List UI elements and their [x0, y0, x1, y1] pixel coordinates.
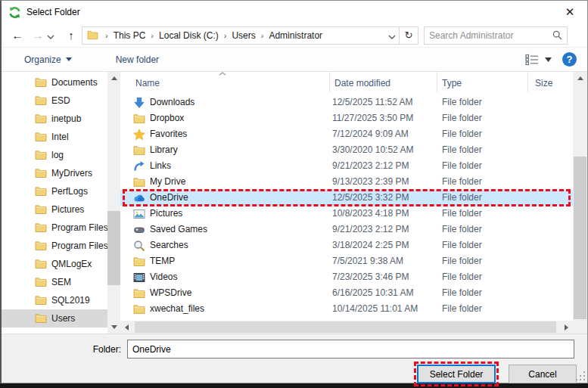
breadcrumb-administrator[interactable]: Administrator [269, 30, 322, 41]
sidebar-item-label: SQL2019 [51, 295, 90, 306]
close-button[interactable]: ✕ [552, 1, 587, 23]
file-row-dropbox[interactable]: Dropbox11/27/2025 3:50 PMFile folder [120, 110, 573, 126]
file-row-temp[interactable]: TEMP7/5/2021 9:38 AMFile folder [120, 253, 573, 269]
file-type-cell: File folder [442, 222, 528, 237]
sidebar-item-pictures[interactable]: Pictures [2, 200, 107, 219]
sidebar-scroll-down-icon[interactable] [107, 321, 120, 334]
file-size-cell [528, 142, 574, 158]
file-row-downloads[interactable]: Downloads12/5/2025 11:52 AMFile folder [120, 95, 573, 110]
sidebar-item-intel[interactable]: Intel [2, 128, 107, 146]
file-name-label: Saved Games [150, 222, 207, 237]
app-sync-icon [8, 6, 21, 19]
breadcrumb-separator: › [256, 31, 269, 40]
view-dropdown-icon[interactable] [545, 57, 552, 62]
file-type-cell: File folder [442, 237, 528, 253]
address-bar[interactable]: › This PC › Local Disk (C:) › Users › Ad… [82, 26, 400, 45]
folder-field-label: Folder: [2, 344, 127, 355]
column-header-type[interactable]: Type [437, 72, 528, 92]
main-content: DocumentsESDinetpubIntellogMyDriversPerf… [2, 72, 587, 334]
sidebar-item-documents[interactable]: Documents [2, 73, 107, 92]
sidebar-item-mydrivers[interactable]: MyDrivers [2, 164, 107, 182]
forward-button[interactable]: → [29, 29, 47, 42]
sidebar-item-users[interactable]: Users [2, 309, 120, 327]
sidebar-item-esd[interactable]: ESD [2, 92, 107, 110]
breadcrumb-separator: › [100, 31, 114, 40]
sidebar-scrollbar[interactable] [107, 72, 120, 334]
file-row-library[interactable]: Library3/30/2020 10:52 AMFile folder [120, 142, 573, 158]
select-folder-button[interactable]: Select Folder [417, 365, 496, 383]
sidebar-scroll-up-icon[interactable] [107, 72, 120, 85]
file-row-wpsdrive[interactable]: WPSDrive6/16/2025 10:31 AMFile folder [120, 285, 573, 301]
list-scroll-right-icon[interactable] [560, 321, 573, 334]
list-horizontal-scrollbar[interactable] [120, 321, 573, 334]
title-bar: Select Folder ✕ [2, 1, 587, 23]
folder-icon [35, 95, 47, 107]
list-scroll-left-icon[interactable] [120, 321, 133, 334]
list-vscroll-thumb[interactable] [574, 157, 586, 319]
sidebar-item-label: log [51, 150, 64, 160]
breadcrumb-this-pc[interactable]: This PC [114, 30, 146, 41]
sidebar-item-label: Program Files [51, 222, 108, 233]
column-header-date-modified[interactable]: Date modified [330, 72, 437, 92]
sidebar-scroll-thumb[interactable] [107, 211, 120, 285]
file-row-saved-games[interactable]: Saved Games9/21/2023 2:12 PMFile folder [120, 222, 573, 237]
column-name-label: Name [135, 78, 160, 88]
recent-locations-chevron-icon[interactable] [47, 29, 61, 42]
folder-name-input[interactable] [127, 340, 574, 359]
file-name-label: Dropbox [150, 110, 184, 126]
file-size-cell [528, 222, 574, 237]
downloads-icon [133, 97, 145, 109]
sidebar-item-program-files[interactable]: Program Files ( [2, 237, 107, 255]
column-header-size[interactable]: Size [528, 72, 574, 92]
dialog-footer: Folder: Select Folder Cancel [2, 334, 587, 383]
command-toolbar: Organize New folder ? [2, 47, 587, 72]
file-row-searches[interactable]: Searches3/18/2024 2:25 PMFile folder [120, 237, 573, 253]
address-dropdown-chevron-icon[interactable] [388, 29, 396, 42]
new-folder-button[interactable]: New folder [116, 54, 159, 65]
sidebar-item-qmlogex[interactable]: QMLogEx [2, 255, 107, 273]
file-name-label: Videos [150, 269, 177, 285]
column-type-label: Type [442, 78, 462, 88]
organize-button[interactable]: Organize [24, 54, 72, 65]
file-date-cell: 9/13/2023 2:39 PM [332, 174, 437, 190]
breadcrumb-users[interactable]: Users [232, 30, 255, 41]
sidebar-item-inetpub[interactable]: inetpub [2, 110, 107, 128]
resize-grip[interactable] [576, 371, 586, 381]
sidebar-item-label: Documents [51, 77, 98, 88]
sidebar-item-sql2019[interactable]: SQL2019 [2, 291, 107, 309]
sidebar-item-log[interactable]: log [2, 146, 107, 164]
file-row-onedrive[interactable]: OneDrive12/5/2025 3:32 PMFile folder [120, 190, 573, 206]
search-input[interactable] [429, 30, 552, 41]
file-row-favorites[interactable]: Favorites7/12/2024 9:09 AMFile folder [120, 126, 573, 142]
file-row-links[interactable]: Links9/21/2023 2:12 PMFile folder [120, 158, 573, 174]
refresh-button[interactable]: ↻ [400, 26, 418, 45]
sidebar-item-sem[interactable]: SEM [2, 273, 107, 291]
file-date-cell: 10/14/2025 11:01 AM [332, 301, 437, 317]
file-row-xwechat-files[interactable]: xwechat_files10/14/2025 11:01 AMFile fol… [120, 301, 573, 317]
file-row-videos[interactable]: Videos7/23/2025 3:46 PMFile folder [120, 269, 573, 285]
links-shortcut-icon [133, 160, 145, 172]
file-name-label: xwechat_files [150, 301, 204, 317]
list-vertical-scrollbar[interactable] [573, 72, 587, 334]
folder-icon [35, 240, 47, 252]
back-button[interactable]: ← [6, 29, 29, 42]
up-button[interactable]: ↑ [61, 29, 82, 42]
file-name-label: Downloads [150, 95, 194, 110]
breadcrumb-local-disk-c[interactable]: Local Disk (C:) [159, 30, 219, 41]
sidebar-item-program-files[interactable]: Program Files [2, 219, 107, 237]
window-title: Select Folder [26, 7, 80, 17]
list-scroll-up-icon[interactable] [574, 72, 586, 85]
file-row-my-drive[interactable]: My Drive9/13/2023 2:39 PMFile folder [120, 174, 573, 190]
file-rows: Downloads12/5/2025 11:52 AMFile folderDr… [120, 95, 573, 317]
sidebar-item-perflogs[interactable]: PerfLogs [2, 182, 107, 200]
search-box[interactable] [424, 26, 568, 45]
file-type-cell: File folder [442, 269, 528, 285]
details-view-icon[interactable] [525, 54, 539, 66]
help-button[interactable]: ? [562, 52, 577, 67]
file-name-cell: Videos [120, 269, 330, 285]
cancel-button[interactable]: Cancel [509, 365, 577, 383]
file-size-cell [528, 253, 574, 269]
list-hscroll-thumb[interactable] [135, 321, 556, 333]
column-header-name[interactable]: Name [120, 72, 330, 92]
file-row-pictures[interactable]: Pictures10/8/2023 4:18 PMFile folder [120, 206, 573, 222]
